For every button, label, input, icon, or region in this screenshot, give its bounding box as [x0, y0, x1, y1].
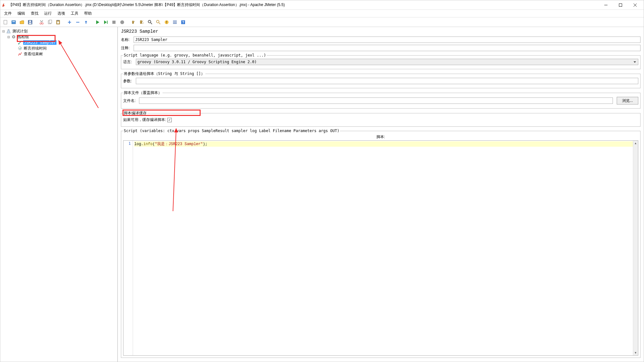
options-button[interactable] — [171, 18, 179, 26]
start-no-pause-button[interactable] — [102, 18, 110, 26]
browse-button[interactable]: 浏览... — [617, 97, 638, 104]
scroll-up-icon[interactable]: ▲ — [633, 141, 638, 146]
menu-file[interactable]: 文件 — [2, 10, 14, 17]
editor-gutter: 1 — [123, 141, 133, 355]
cache-fieldset: 脚本编译缓存 如果可用，缓存编译脚本: ✓ — [121, 111, 641, 127]
parameters-legend: 将参数传递给脚本（String 与 String []） — [123, 71, 205, 77]
element-editor-panel: JSR223 Sampler 名称: 注释: Script language (… — [118, 27, 644, 362]
tree-node-thread-group[interactable]: 线程组 — [17, 34, 30, 40]
svg-rect-15 — [57, 20, 59, 21]
svg-text:?: ? — [182, 20, 184, 24]
svg-rect-30 — [173, 22, 177, 23]
panel-title: JSR223 Sampler — [121, 29, 641, 34]
reset-search-button[interactable] — [155, 18, 162, 26]
minimize-button[interactable] — [599, 0, 613, 10]
svg-rect-1 — [619, 3, 622, 6]
filename-input[interactable] — [139, 97, 613, 104]
jmeter-icon — [2, 3, 7, 8]
language-label: 语言: — [123, 59, 135, 65]
svg-rect-16 — [57, 22, 59, 23]
listener-icon — [17, 51, 23, 57]
open-button[interactable] — [18, 18, 26, 26]
svg-rect-8 — [29, 21, 31, 22]
test-plan-tree[interactable]: ⊟ 测试计划 ⊟ 线程组 JSR223 Sampler 断言持续时间 查看结果树 — [0, 27, 118, 362]
menu-bar: 文件 编辑 查找 运行 选项 工具 帮助 — [0, 10, 644, 17]
script-file-fieldset: 脚本文件（覆盖脚本） 文件名: 浏览... — [121, 90, 641, 109]
start-button[interactable] — [94, 18, 101, 26]
collapse-button[interactable] — [74, 18, 82, 26]
menu-edit[interactable]: 编辑 — [15, 10, 28, 17]
tree-node-duration-assertion[interactable]: 断言持续时间 — [23, 46, 47, 51]
cache-legend: 脚本编译缓存 — [123, 111, 147, 116]
menu-search[interactable]: 查找 — [28, 10, 41, 17]
copy-button[interactable] — [46, 18, 54, 26]
gear-icon — [11, 34, 16, 39]
new-button[interactable] — [2, 18, 9, 26]
parameters-fieldset: 将参数传递给脚本（String 与 String []） 参数: — [121, 71, 641, 88]
filename-label: 文件名: — [123, 98, 138, 104]
tree-node-test-plan[interactable]: 测试计划 — [12, 29, 28, 34]
search-button[interactable] — [146, 18, 154, 26]
toggle-button[interactable] — [82, 18, 90, 26]
svg-rect-20 — [107, 21, 108, 24]
close-button[interactable] — [628, 0, 642, 10]
comment-input[interactable] — [134, 45, 641, 51]
maximize-button[interactable] — [613, 0, 628, 10]
save-button[interactable] — [26, 18, 34, 26]
language-select[interactable]: groovy (Groovy 3.0.11 / Groovy Scripting… — [136, 59, 638, 65]
language-legend: Script language (e.g. groovy, beanshell,… — [123, 53, 267, 57]
cut-button[interactable] — [38, 18, 45, 26]
script-label: 脚本: — [123, 134, 638, 140]
svg-point-25 — [156, 20, 159, 23]
assertion-icon — [17, 46, 23, 51]
comment-label: 注释: — [121, 45, 132, 51]
tree-toggle-icon[interactable]: ⊟ — [7, 35, 10, 39]
shutdown-button[interactable] — [118, 18, 126, 26]
menu-help[interactable]: 帮助 — [82, 10, 94, 17]
name-label: 名称: — [121, 37, 132, 43]
function-helper-button[interactable]: f — [163, 18, 170, 26]
script-editor[interactable]: 1 log.info("我是：JSR223 Sampler"); ▲ ▼ — [123, 140, 638, 356]
expand-button[interactable] — [66, 18, 73, 26]
parameters-input[interactable] — [136, 78, 638, 84]
svg-line-26 — [159, 23, 160, 24]
parameters-label: 参数: — [123, 78, 135, 84]
svg-point-22 — [120, 20, 124, 24]
editor-scrollbar[interactable]: ▲ ▼ — [633, 141, 638, 355]
language-fieldset: Script language (e.g. groovy, beanshell,… — [121, 53, 641, 69]
scroll-down-icon[interactable]: ▼ — [633, 350, 638, 355]
svg-point-36 — [18, 43, 19, 44]
svg-rect-6 — [12, 21, 15, 22]
svg-point-37 — [18, 47, 22, 50]
svg-point-23 — [148, 20, 151, 23]
script-file-legend: 脚本文件（覆盖脚本） — [123, 90, 163, 96]
clear-all-button[interactable] — [138, 18, 146, 26]
window-title: 【P49】断言持续时间（Duration Assertion）.jmx (D:\… — [9, 2, 599, 8]
paste-button[interactable] — [54, 18, 62, 26]
tree-node-jsr223-sampler[interactable]: JSR223 Sampler — [23, 40, 56, 45]
svg-rect-29 — [173, 21, 177, 21]
flask-icon — [6, 29, 11, 34]
cache-checkbox[interactable]: ✓ — [167, 118, 172, 122]
templates-button[interactable] — [10, 18, 17, 26]
svg-rect-13 — [49, 20, 52, 23]
svg-rect-4 — [4, 20, 7, 24]
svg-rect-5 — [12, 21, 16, 24]
help-button[interactable]: ? — [179, 18, 187, 26]
svg-point-11 — [42, 23, 43, 24]
svg-rect-9 — [29, 23, 31, 24]
tree-node-view-results-tree[interactable]: 查看结果树 — [23, 51, 43, 57]
menu-tools[interactable]: 工具 — [68, 10, 81, 17]
svg-point-35 — [13, 36, 14, 37]
menu-options[interactable]: 选项 — [55, 10, 68, 17]
tree-toggle-icon[interactable]: ⊟ — [2, 30, 5, 33]
toolbar: f ? — [0, 17, 644, 27]
name-input[interactable] — [134, 37, 641, 43]
cache-label: 如果可用，缓存编译脚本: — [123, 117, 166, 123]
stop-button[interactable] — [110, 18, 118, 26]
title-bar: 【P49】断言持续时间（Duration Assertion）.jmx (D:\… — [0, 0, 644, 10]
clear-button[interactable] — [130, 18, 137, 26]
script-legend: Script (variables: ctx vars props Sample… — [123, 129, 340, 133]
menu-run[interactable]: 运行 — [42, 10, 54, 17]
svg-line-24 — [150, 23, 152, 24]
